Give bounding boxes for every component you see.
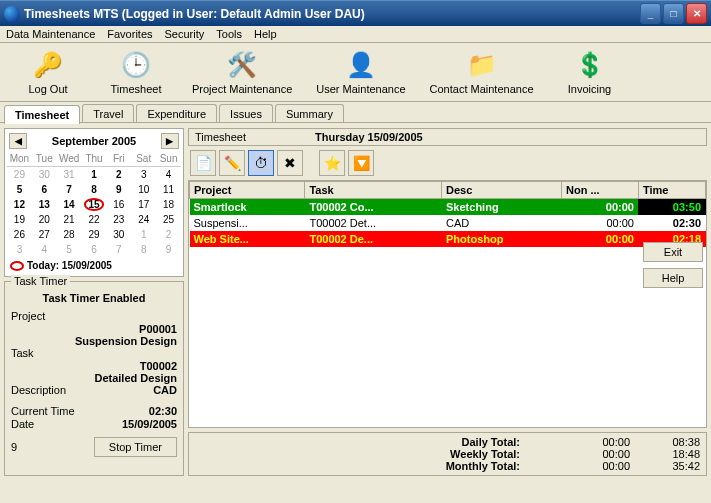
calendar-day[interactable]: 12 xyxy=(7,197,32,212)
today-ring-icon xyxy=(10,261,24,271)
new-entry-button[interactable]: 📄 xyxy=(190,150,216,176)
filter-button[interactable]: 🔽 xyxy=(348,150,374,176)
cell-desc: CAD xyxy=(442,215,562,231)
calendar-day[interactable]: 20 xyxy=(32,212,57,227)
timer-task-name: Detailed Design xyxy=(11,372,177,384)
stop-timer-button[interactable]: Stop Timer xyxy=(94,437,177,457)
calendar-day[interactable]: 30 xyxy=(32,167,57,182)
maximize-button[interactable]: □ xyxy=(663,3,684,24)
window-title: Timesheets MTS (Logged in User: Default … xyxy=(24,7,640,21)
calendar-day[interactable]: 4 xyxy=(156,167,181,182)
col-non[interactable]: Non ... xyxy=(561,182,638,199)
calendar-next-button[interactable]: ▶ xyxy=(161,133,179,149)
monthly-total-label: Monthly Total: xyxy=(195,460,560,472)
calendar-day[interactable]: 29 xyxy=(7,167,32,182)
calendar-day[interactable]: 2 xyxy=(106,167,131,182)
tab-expenditure[interactable]: Expenditure xyxy=(136,104,217,123)
timer-desc-value: CAD xyxy=(153,384,177,397)
user-maintenance-button[interactable]: 👤 User Maintenance xyxy=(308,47,413,97)
calendar-day[interactable]: 17 xyxy=(131,197,156,212)
cell-task: T00002 Det... xyxy=(305,215,442,231)
delete-entry-button[interactable]: ✖ xyxy=(277,150,303,176)
project-maintenance-button[interactable]: 🛠️ Project Maintenance xyxy=(184,47,300,97)
calendar-today-link[interactable]: Today: 15/09/2005 xyxy=(7,257,181,274)
menu-security[interactable]: Security xyxy=(165,28,205,40)
exit-button[interactable]: Exit xyxy=(643,242,703,262)
help-button[interactable]: Help xyxy=(643,268,703,288)
calendar-prev-button[interactable]: ◀ xyxy=(9,133,27,149)
calendar-day[interactable]: 23 xyxy=(106,212,131,227)
tab-timesheet[interactable]: Timesheet xyxy=(4,105,80,124)
calendar-day[interactable]: 4 xyxy=(32,242,57,257)
contact-maintenance-button[interactable]: 📁 Contact Maintenance xyxy=(422,47,542,97)
timer-toggle-button[interactable]: ⏱ xyxy=(248,150,274,176)
timesheet-panel-label: Timesheet xyxy=(195,131,315,143)
timesheet-grid[interactable]: Project Task Desc Non ... Time Smartlock… xyxy=(188,180,707,428)
dollar-icon: 💲 xyxy=(574,49,606,81)
tab-issues[interactable]: Issues xyxy=(219,104,273,123)
calendar-day[interactable]: 3 xyxy=(7,242,32,257)
calendar-day[interactable]: 19 xyxy=(7,212,32,227)
monthly-total-time: 35:42 xyxy=(630,460,700,472)
table-row[interactable]: SmartlockT00002 Co...Sketching00:0003:50 xyxy=(190,199,706,216)
timer-project-name: Suspension Design xyxy=(11,335,177,347)
calendar-day[interactable]: 5 xyxy=(57,242,82,257)
cell-project: Web Site... xyxy=(190,231,305,247)
minimize-button[interactable]: _ xyxy=(640,3,661,24)
calendar-day[interactable]: 8 xyxy=(82,182,107,197)
calendar-day[interactable]: 2 xyxy=(156,227,181,242)
calendar-day[interactable]: 18 xyxy=(156,197,181,212)
calendar-day[interactable]: 13 xyxy=(32,197,57,212)
col-desc[interactable]: Desc xyxy=(442,182,562,199)
cell-project: Smartlock xyxy=(190,199,305,216)
calendar-day[interactable]: 14 xyxy=(57,197,82,212)
timesheet-button[interactable]: 🕒 Timesheet xyxy=(96,47,176,97)
favorite-button[interactable]: ⭐ xyxy=(319,150,345,176)
menu-favorites[interactable]: Favorites xyxy=(107,28,152,40)
calendar-day[interactable]: 8 xyxy=(131,242,156,257)
calendar-day[interactable]: 1 xyxy=(131,227,156,242)
menu-data-maintenance[interactable]: Data Maintenance xyxy=(6,28,95,40)
timesheet-date: Thursday 15/09/2005 xyxy=(315,131,423,143)
logout-button[interactable]: 🔑 Log Out xyxy=(8,47,88,97)
tab-travel[interactable]: Travel xyxy=(82,104,134,123)
calendar-day[interactable]: 7 xyxy=(57,182,82,197)
calendar-day[interactable]: 29 xyxy=(82,227,107,242)
col-task[interactable]: Task xyxy=(305,182,442,199)
calendar-day-today[interactable]: 15 xyxy=(82,197,107,212)
edit-entry-button[interactable]: ✏️ xyxy=(219,150,245,176)
col-time[interactable]: Time xyxy=(638,182,705,199)
calendar-day[interactable]: 25 xyxy=(156,212,181,227)
menu-tools[interactable]: Tools xyxy=(216,28,242,40)
calendar-day[interactable]: 26 xyxy=(7,227,32,242)
close-button[interactable]: ✕ xyxy=(686,3,707,24)
calendar-day[interactable]: 30 xyxy=(106,227,131,242)
timer-task-code: T00002 xyxy=(11,360,177,372)
calendar-day[interactable]: 9 xyxy=(156,242,181,257)
cell-project: Suspensi... xyxy=(190,215,305,231)
cell-non: 00:00 xyxy=(561,231,638,247)
calendar-day[interactable]: 1 xyxy=(82,167,107,182)
calendar-day[interactable]: 21 xyxy=(57,212,82,227)
table-row[interactable]: Web Site...T00002 De...Photoshop00:0002:… xyxy=(190,231,706,247)
calendar-day[interactable]: 24 xyxy=(131,212,156,227)
menu-help[interactable]: Help xyxy=(254,28,277,40)
calendar-day[interactable]: 16 xyxy=(106,197,131,212)
invoicing-button[interactable]: 💲 Invoicing xyxy=(550,47,630,97)
table-row[interactable]: Suspensi...T00002 Det...CAD00:0002:30 xyxy=(190,215,706,231)
col-project[interactable]: Project xyxy=(190,182,305,199)
calendar-day[interactable]: 5 xyxy=(7,182,32,197)
calendar-day[interactable]: 31 xyxy=(57,167,82,182)
calendar-day[interactable]: 27 xyxy=(32,227,57,242)
calendar-day[interactable]: 7 xyxy=(106,242,131,257)
calendar-day[interactable]: 6 xyxy=(32,182,57,197)
task-timer-legend: Task Timer xyxy=(11,275,70,287)
calendar-day[interactable]: 22 xyxy=(82,212,107,227)
calendar-day[interactable]: 3 xyxy=(131,167,156,182)
calendar-day[interactable]: 11 xyxy=(156,182,181,197)
calendar-day[interactable]: 28 xyxy=(57,227,82,242)
calendar-day[interactable]: 9 xyxy=(106,182,131,197)
tab-summary[interactable]: Summary xyxy=(275,104,344,123)
calendar-day[interactable]: 6 xyxy=(82,242,107,257)
calendar-day[interactable]: 10 xyxy=(131,182,156,197)
